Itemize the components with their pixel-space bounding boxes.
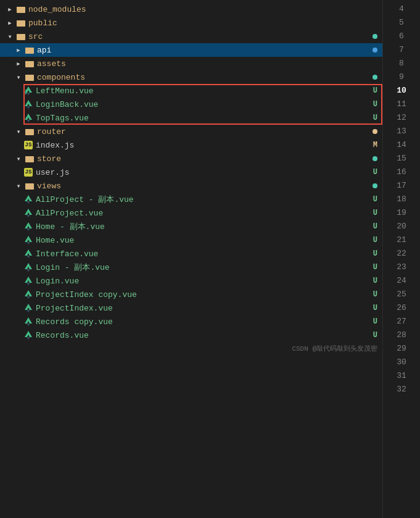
list-item[interactable]: Home.vue U (0, 233, 382, 247)
svg-marker-34 (27, 256, 30, 258)
list-item[interactable]: ProjectIndex.vue U (0, 301, 382, 315)
line-number: 29 (383, 342, 420, 356)
list-item[interactable]: AllProject.vue U (0, 206, 382, 220)
watermark-text: CSDN @敲代码敲到头发茂密 (292, 344, 377, 353)
status-dot (373, 129, 377, 134)
list-item[interactable]: AllProject - 副本.vue U (0, 193, 382, 206)
list-item[interactable]: Interface.vue U (0, 247, 382, 261)
file-badge: U (373, 195, 377, 204)
file-badge: U (373, 100, 377, 109)
list-item[interactable]: Login - 副本.vue U (0, 261, 382, 274)
line-number: 27 (383, 315, 420, 328)
svg-marker-35 (25, 263, 32, 269)
svg-marker-46 (27, 337, 30, 340)
list-item[interactable]: views (0, 179, 382, 193)
file-badge: U (373, 222, 377, 231)
line-number: 30 (383, 356, 420, 369)
list-item[interactable]: public (0, 16, 382, 30)
file-badge: U (373, 290, 377, 299)
status-dot (373, 183, 377, 188)
file-badge: U (373, 317, 377, 326)
folder-name: src (28, 32, 373, 41)
svg-rect-22 (25, 156, 29, 158)
line-number: 23 (383, 261, 420, 274)
list-item[interactable]: Records.vue U (0, 328, 382, 342)
list-item[interactable]: JS index.js M (0, 138, 382, 152)
status-dot (373, 48, 377, 52)
file-name: AllProject.vue (36, 209, 373, 218)
list-item[interactable]: router (0, 125, 382, 138)
svg-rect-9 (25, 61, 29, 63)
svg-marker-26 (27, 201, 30, 204)
svg-marker-44 (27, 324, 30, 326)
status-dot (373, 75, 377, 80)
vue-file-icon (23, 262, 33, 272)
line-number: 25 (383, 288, 420, 301)
folder-name: views (37, 182, 373, 191)
file-name: Records copy.vue (36, 317, 373, 327)
file-badge: U (373, 277, 377, 285)
svg-marker-39 (25, 290, 32, 296)
vue-file-icon (23, 317, 33, 327)
svg-marker-25 (25, 195, 32, 201)
list-item[interactable]: assets (0, 57, 382, 70)
file-badge: U (373, 168, 377, 177)
list-item[interactable]: LoginBack.vue U (0, 98, 382, 111)
list-item[interactable]: api (0, 43, 382, 57)
list-item[interactable]: store (0, 152, 382, 165)
js-file-icon: JS (23, 140, 33, 150)
folder-icon (16, 18, 26, 28)
list-item[interactable]: JS user.js U (0, 165, 382, 179)
svg-marker-45 (25, 331, 32, 337)
line-number: 18 (383, 193, 420, 206)
list-item[interactable]: TopTags.vue U (0, 111, 382, 125)
svg-marker-40 (27, 296, 30, 299)
red-border-group: LeftMenu.vue U LoginBack.vue U TopTa (0, 84, 382, 125)
list-item[interactable]: node_modules (0, 2, 382, 16)
list-item[interactable]: Login.vue U (0, 274, 382, 288)
folder-icon (16, 4, 26, 14)
chevron-down-icon (14, 181, 23, 191)
line-number: 28 (383, 328, 420, 342)
file-badge: U (373, 304, 377, 312)
folder-name: router (37, 127, 373, 136)
list-item[interactable]: ProjectIndex copy.vue U (0, 288, 382, 301)
list-item[interactable]: components (0, 70, 382, 84)
svg-rect-7 (25, 48, 29, 49)
file-badge: U (373, 114, 377, 122)
file-name: Home.vue (36, 236, 373, 245)
list-item[interactable]: LeftMenu.vue U (0, 84, 382, 98)
list-item[interactable]: Home - 副本.vue U (0, 220, 382, 233)
svg-marker-33 (25, 249, 32, 256)
file-name: ProjectIndex copy.vue (36, 290, 373, 299)
svg-marker-32 (27, 242, 30, 244)
file-tree[interactable]: node_modules public src api assets (0, 0, 382, 518)
line-numbers: 4 5 6 7 8 9 10 11 12 13 14 15 16 17 18 1… (382, 0, 420, 518)
chevron-down-icon (14, 72, 23, 82)
folder-name: public (28, 19, 382, 28)
vue-file-icon (23, 235, 33, 245)
status-dot (373, 156, 377, 161)
line-number: 24 (383, 274, 420, 288)
js-file-icon: JS (23, 167, 33, 177)
list-item[interactable]: Records copy.vue U (0, 315, 382, 328)
line-number: 21 (383, 233, 420, 247)
vue-file-icon (23, 222, 33, 232)
list-item[interactable]: src (0, 30, 382, 43)
svg-rect-20 (25, 129, 29, 131)
svg-marker-18 (27, 120, 30, 122)
folder-name: assets (37, 59, 382, 69)
svg-marker-31 (25, 236, 32, 242)
line-number: 31 (383, 369, 420, 383)
file-badge: U (373, 331, 377, 340)
svg-marker-36 (27, 269, 30, 272)
folder-icon (25, 59, 35, 69)
svg-marker-43 (25, 317, 32, 324)
line-number: 17 (383, 179, 420, 193)
file-badge: M (373, 141, 377, 149)
svg-rect-1 (17, 7, 20, 9)
svg-rect-3 (17, 20, 20, 22)
line-number: 14 (383, 138, 420, 152)
file-name: AllProject - 副本.vue (36, 194, 373, 205)
folder-name: store (37, 154, 373, 164)
